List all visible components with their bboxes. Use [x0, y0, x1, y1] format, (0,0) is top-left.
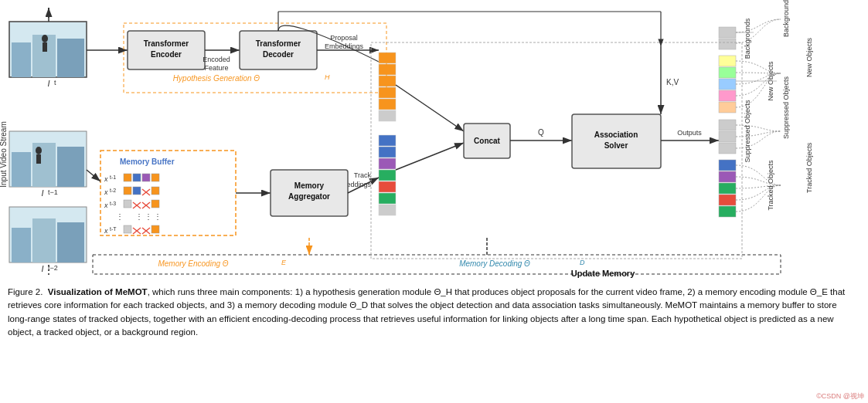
svg-rect-72: [719, 67, 736, 78]
svg-text:t-1: t-1: [110, 174, 116, 180]
diagram-area: ⋮ ⋮ I t I t−1 I t−2 Input Video Stream T…: [0, 0, 868, 286]
svg-text:Embeddings: Embeddings: [325, 42, 364, 50]
svg-text:I: I: [41, 188, 43, 198]
watermark: ©CSDN @视坤: [816, 391, 864, 401]
svg-text:Feature: Feature: [204, 64, 228, 72]
svg-text:E: E: [281, 259, 287, 266]
svg-text:Input Video Stream: Input Video Stream: [0, 121, 8, 187]
svg-rect-51: [379, 181, 396, 192]
svg-rect-46: [379, 110, 396, 121]
svg-rect-83: [719, 206, 736, 217]
svg-rect-50: [379, 170, 396, 181]
svg-rect-42: [379, 64, 396, 75]
svg-rect-102: [151, 187, 159, 195]
svg-rect-70: [719, 39, 736, 49]
svg-rect-41: [379, 52, 396, 63]
svg-text:New Objects: New Objects: [805, 37, 813, 77]
svg-rect-11: [57, 147, 84, 187]
svg-rect-48: [379, 147, 396, 157]
svg-text:I: I: [47, 79, 49, 88]
svg-rect-78: [719, 143, 736, 154]
svg-text:Encoded: Encoded: [203, 56, 230, 63]
svg-text:⋮: ⋮: [145, 212, 152, 221]
svg-text:x: x: [104, 188, 108, 196]
svg-rect-53: [379, 205, 396, 215]
svg-rect-13: [36, 154, 41, 164]
svg-text:x: x: [104, 202, 108, 209]
svg-rect-98: [124, 187, 131, 195]
svg-rect-79: [719, 160, 736, 171]
svg-text:Backgrounds: Backgrounds: [744, 18, 751, 59]
svg-text:Encoder: Encoder: [151, 50, 182, 59]
figure-number: Figure 2.: [8, 287, 43, 296]
svg-rect-81: [719, 183, 736, 194]
svg-text:Hypothesis Generation Θ: Hypothesis Generation Θ: [173, 74, 260, 83]
svg-text:Memory: Memory: [294, 181, 325, 190]
svg-text:Backgrounds: Backgrounds: [782, 0, 790, 37]
svg-text:Tracked Objects: Tracked Objects: [805, 142, 813, 193]
svg-text:⋮: ⋮: [116, 212, 124, 221]
figure-bold-title: Visualization of MeMOT: [48, 287, 148, 296]
svg-text:Transformer: Transformer: [144, 39, 189, 48]
svg-text:Memory Decoding Θ: Memory Decoding Θ: [459, 259, 530, 268]
svg-rect-74: [719, 90, 736, 101]
svg-text:⋮: ⋮: [154, 212, 162, 221]
svg-rect-82: [719, 195, 736, 205]
svg-rect-52: [379, 193, 396, 204]
svg-rect-47: [379, 135, 396, 146]
svg-rect-9: [12, 152, 31, 187]
svg-text:Outputs: Outputs: [677, 129, 702, 137]
svg-text:K,V: K,V: [666, 78, 679, 86]
svg-rect-99: [133, 187, 141, 195]
svg-text:Track: Track: [354, 171, 372, 179]
svg-text:Memory Encoding Θ: Memory Encoding Θ: [158, 259, 228, 268]
svg-text:Memory Buffer: Memory Buffer: [120, 157, 175, 166]
svg-point-12: [36, 147, 42, 154]
svg-text:Solver: Solver: [604, 141, 628, 150]
svg-rect-15: [12, 228, 31, 262]
svg-text:H: H: [325, 73, 330, 81]
svg-rect-77: [719, 131, 736, 142]
main-container: ⋮ ⋮ I t I t−1 I t−2 Input Video Stream T…: [0, 0, 868, 403]
svg-text:I: I: [41, 264, 43, 273]
svg-text:Concat: Concat: [474, 137, 501, 145]
svg-text:D: D: [580, 259, 585, 266]
svg-text:Update Memory: Update Memory: [571, 269, 635, 278]
svg-text:Transformer: Transformer: [256, 39, 301, 48]
svg-point-6: [42, 35, 48, 42]
svg-rect-3: [12, 42, 31, 77]
svg-text:x: x: [104, 175, 108, 183]
svg-text:t−1: t−1: [48, 188, 58, 196]
svg-rect-71: [719, 56, 736, 66]
svg-text:Aggregator: Aggregator: [288, 192, 330, 201]
svg-text:Q: Q: [538, 128, 544, 137]
svg-rect-94: [142, 174, 150, 181]
svg-rect-75: [719, 102, 736, 113]
svg-rect-92: [124, 174, 131, 181]
svg-rect-43: [379, 76, 396, 86]
svg-rect-69: [719, 27, 736, 38]
svg-rect-45: [379, 99, 396, 110]
svg-rect-76: [719, 120, 736, 130]
svg-rect-17: [57, 222, 84, 262]
svg-text:t-2: t-2: [110, 188, 116, 193]
svg-rect-93: [133, 174, 141, 181]
svg-text:t−2: t−2: [48, 264, 58, 272]
caption-area: Figure 2. Visualization of MeMOT, which …: [8, 286, 858, 339]
svg-text:Tracked Objects: Tracked Objects: [767, 160, 774, 211]
svg-text:t-3: t-3: [110, 201, 116, 206]
svg-rect-49: [379, 158, 396, 169]
svg-text:Suppressed Objects: Suppressed Objects: [782, 76, 790, 139]
svg-rect-73: [719, 79, 736, 90]
svg-rect-7: [43, 42, 47, 52]
svg-text:x: x: [104, 227, 108, 235]
svg-text:Association: Association: [594, 130, 638, 139]
svg-text:Decoder: Decoder: [263, 50, 294, 59]
svg-rect-122: [151, 225, 159, 233]
svg-rect-110: [151, 200, 159, 208]
svg-rect-80: [719, 171, 736, 182]
svg-text:⋮: ⋮: [135, 212, 143, 221]
svg-rect-117: [124, 225, 131, 233]
svg-rect-105: [124, 200, 131, 208]
svg-rect-95: [151, 174, 159, 181]
